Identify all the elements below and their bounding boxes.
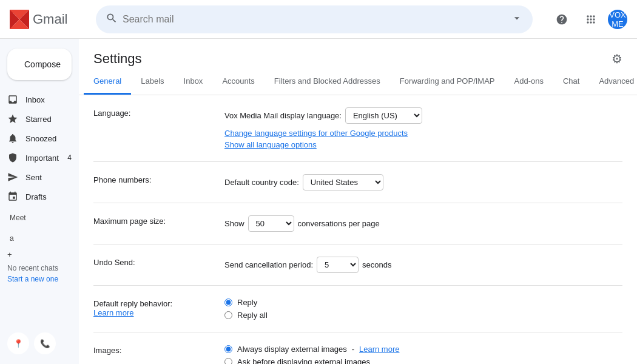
sidebar-starred-label: Starred	[25, 115, 52, 124]
sidebar-snoozed-label: Snoozed	[25, 134, 56, 143]
no-recent-chats: No recent chats	[0, 261, 79, 275]
images-row: Images: Always display external images -…	[93, 332, 622, 364]
always-display-label: Always display external images	[237, 345, 347, 354]
search-icon	[106, 12, 118, 26]
gmail-logo-text: Gmail	[33, 12, 67, 27]
sidebar-inbox-label: Inbox	[25, 95, 45, 104]
tab-addons[interactable]: Add-ons	[505, 69, 553, 95]
reply-behavior-row: Default reply behavior: Learn more Reply…	[93, 286, 622, 332]
page-size-suffix: conversations per page	[298, 219, 380, 228]
reply-label: Reply	[237, 298, 257, 307]
ask-before-label: Ask before displaying external images	[237, 357, 370, 364]
always-display-radio[interactable]	[224, 345, 232, 353]
settings-tabs: General Labels Inbox Accounts Filters an…	[79, 69, 637, 95]
sidebar-item-inbox[interactable]: Inbox	[0, 90, 79, 109]
settings-header: Settings ⚙	[79, 39, 637, 67]
tab-accounts[interactable]: Accounts	[212, 69, 264, 95]
gmail-logo: Gmail	[10, 10, 89, 29]
sidebar-drafts-label: Drafts	[25, 192, 47, 201]
sidebar-item-starred[interactable]: Starred	[0, 109, 79, 129]
phone-label: Phone numbers:	[93, 174, 215, 184]
tab-inbox[interactable]: Inbox	[174, 69, 213, 95]
page-size-prefix: Show	[224, 219, 244, 228]
search-dropdown-icon[interactable]	[511, 12, 523, 26]
ask-before-display-option[interactable]: Ask before displaying external images	[224, 357, 622, 364]
page-size-content: Show 50 25 100 conversations per page	[224, 215, 622, 232]
sidebar-sent-label: Sent	[25, 173, 42, 182]
sidebar-chat-section: a	[0, 229, 79, 248]
location-button[interactable]: 📍	[7, 332, 29, 354]
language-select[interactable]: English (US)	[345, 107, 422, 124]
undo-send-select[interactable]: 5 10 20 30	[317, 257, 359, 273]
content-area: Settings ⚙ General Labels Inbox Accounts…	[79, 39, 637, 364]
tab-filters[interactable]: Filters and Blocked Addresses	[265, 69, 390, 95]
language-inline: Vox Media Mail display language: English…	[224, 107, 622, 124]
sidebar-item-sent[interactable]: Sent	[0, 167, 79, 187]
sidebar-item-important[interactable]: Important 4	[0, 148, 79, 167]
sidebar-add-chat[interactable]: +	[0, 248, 79, 261]
reply-radio[interactable]	[224, 298, 232, 306]
topbar: Gmail VOX ME	[0, 0, 637, 39]
undo-send-label: Undo Send:	[93, 257, 215, 267]
images-label: Images:	[93, 345, 215, 355]
search-input[interactable]	[123, 14, 506, 25]
add-icon: +	[7, 250, 12, 259]
language-row: Language: Vox Media Mail display languag…	[93, 95, 622, 162]
main-layout: Compose Inbox Starred Snoozed Important …	[0, 39, 637, 364]
reply-all-label: Reply all	[237, 311, 268, 320]
tab-advanced[interactable]: Advanced	[589, 69, 637, 95]
reply-behavior-label: Default reply behavior: Learn more	[93, 298, 215, 317]
tab-general[interactable]: General	[84, 69, 131, 95]
images-content: Always display external images - Learn m…	[224, 345, 622, 364]
undo-send-prefix: Send cancellation period:	[224, 260, 313, 269]
start-new-chat[interactable]: Start a new one	[0, 275, 79, 283]
topbar-right: VOX ME	[550, 7, 627, 32]
help-button[interactable]	[550, 7, 574, 32]
sidebar-meet-section: Meet	[0, 209, 79, 227]
language-link-1[interactable]: Change language settings for other Googl…	[224, 129, 408, 138]
images-learn-more-link[interactable]: Learn more	[359, 345, 399, 354]
phone-content: Default country code: United States	[224, 174, 622, 190]
call-button[interactable]: 📞	[34, 332, 56, 354]
phone-row: Phone numbers: Default country code: Uni…	[93, 162, 622, 203]
sidebar-item-snoozed[interactable]: Snoozed	[0, 129, 79, 148]
language-link-2[interactable]: Show all language options	[224, 140, 317, 149]
country-code-select[interactable]: United States	[303, 174, 383, 190]
page-size-row: Maximum page size: Show 50 25 100 conver…	[93, 203, 622, 244]
undo-send-row: Undo Send: Send cancellation period: 5 1…	[93, 244, 622, 286]
reply-learn-more-link[interactable]: Learn more	[93, 308, 133, 317]
ask-before-radio[interactable]	[224, 358, 232, 364]
reply-option[interactable]: Reply	[224, 298, 622, 307]
user-avatar[interactable]: VOX ME	[608, 10, 627, 29]
language-label: Language:	[93, 107, 215, 118]
sidebar: Compose Inbox Starred Snoozed Important …	[0, 39, 79, 364]
phone-prefix: Default country code:	[224, 178, 299, 187]
reply-all-radio[interactable]	[224, 311, 232, 319]
undo-send-suffix: seconds	[362, 260, 391, 269]
reply-all-option[interactable]: Reply all	[224, 311, 622, 320]
compose-label: Compose	[24, 59, 61, 69]
always-display-option[interactable]: Always display external images - Learn m…	[224, 345, 622, 354]
page-size-label: Maximum page size:	[93, 215, 215, 226]
language-content: Vox Media Mail display language: English…	[224, 107, 622, 149]
reply-content: Reply Reply all	[224, 298, 622, 320]
tab-forwarding[interactable]: Forwarding and POP/IMAP	[390, 69, 505, 95]
settings-content: Language: Vox Media Mail display languag…	[79, 95, 637, 364]
page-size-select[interactable]: 50 25 100	[248, 215, 294, 232]
tab-labels[interactable]: Labels	[131, 69, 174, 95]
apps-button[interactable]	[579, 7, 603, 32]
undo-send-content: Send cancellation period: 5 10 20 30 sec…	[224, 257, 622, 273]
tab-chat[interactable]: Chat	[553, 69, 589, 95]
settings-gear-icon[interactable]: ⚙	[612, 52, 622, 66]
compose-button[interactable]: Compose	[7, 49, 72, 80]
search-bar	[96, 5, 533, 33]
sidebar-important-label: Important	[25, 153, 59, 163]
sidebar-important-badge: 4	[67, 153, 72, 162]
sidebar-footer: 📍 📞	[0, 328, 79, 359]
language-display-label: Vox Media Mail display language:	[224, 111, 342, 120]
sidebar-item-drafts[interactable]: Drafts	[0, 187, 79, 206]
settings-title: Settings	[93, 51, 142, 67]
